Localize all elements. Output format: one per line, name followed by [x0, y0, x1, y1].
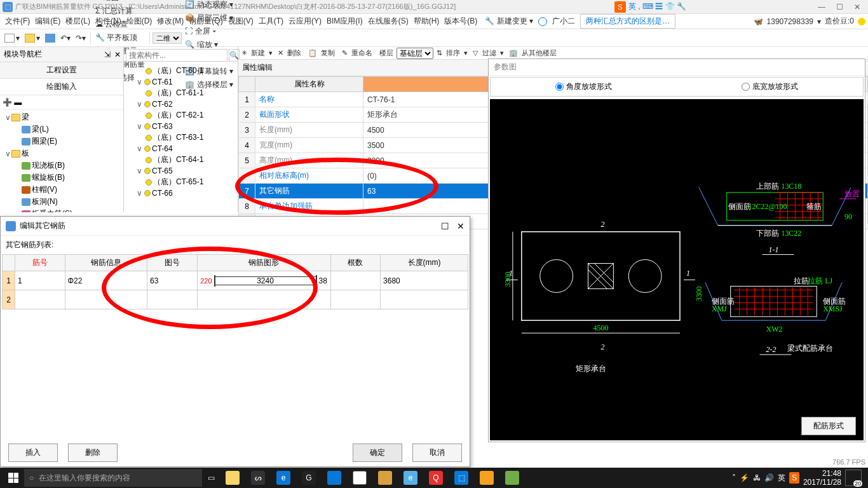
tray-clock[interactable]: 21:482017/11/28	[803, 469, 841, 487]
menu-item[interactable]: 帮助(H)	[411, 15, 442, 27]
new-file-button[interactable]: ▾	[3, 32, 22, 44]
tray-up-icon[interactable]: ˄	[732, 473, 736, 482]
menu-item[interactable]: 楼层(L)	[63, 15, 93, 27]
dialog-close-button[interactable]: ✕	[457, 221, 465, 231]
toolbar-绘图[interactable]: ✏ 绘图	[93, 0, 147, 4]
toolbar-全屏[interactable]: ⛶ 全屏 ▾	[183, 25, 235, 38]
tray-ime-icon[interactable]: S	[789, 472, 799, 484]
from-other-floor-btn[interactable]: 🏢 从其他楼层	[507, 47, 560, 59]
sort-btn[interactable]: ⇅ 排序 ▾	[435, 47, 470, 59]
radio-width-slope[interactable]: 底宽放坡形式	[742, 81, 798, 92]
menu-item[interactable]: 云应用(Y)	[286, 15, 324, 27]
search-input[interactable]	[126, 49, 227, 62]
price-bean-label[interactable]: 造价豆:0	[825, 16, 854, 27]
toolbar-局部三维[interactable]: 📦 局部三维 ▾	[183, 11, 235, 25]
component-item[interactable]: ∨CT-61	[126, 77, 235, 87]
menu-item[interactable]: 编辑(E)	[32, 15, 63, 27]
insert-button[interactable]: 插入	[8, 444, 58, 462]
nav-close-icon[interactable]: ✕	[114, 50, 121, 59]
menu-item[interactable]: 工具(T)	[256, 15, 286, 27]
tray-notifications[interactable]: 20	[845, 470, 862, 486]
start-button[interactable]	[3, 469, 24, 487]
app-q[interactable]: Q	[423, 468, 449, 487]
app-note[interactable]	[474, 468, 499, 487]
tab-draw-input[interactable]: 绘图输入	[0, 79, 123, 95]
component-item[interactable]: （底）CT-65-1	[126, 176, 235, 188]
pin-icon[interactable]: ⇲	[104, 50, 111, 59]
tree-item[interactable]: 现浇板(B)	[1, 159, 122, 172]
menu-item[interactable]: 修改(M)	[154, 15, 186, 27]
undo-button[interactable]: ↶▾	[58, 32, 72, 44]
tree-item[interactable]: 圈梁(E)	[1, 135, 122, 147]
ime-badge[interactable]: S	[614, 1, 626, 13]
user-name[interactable]: 广小二	[550, 15, 578, 28]
task-view-icon[interactable]: ▭	[202, 469, 220, 487]
delete-btn[interactable]: ✕ 删除	[276, 47, 305, 59]
rebar-grid[interactable]: 筋号 钢筋信息 图号 钢筋图形 根数 长度(mm) 1 1 Φ22 63 220…	[1, 254, 470, 438]
diagram-canvas[interactable]: 4500 3300 1 1 2 2 矩形承台	[490, 99, 864, 440]
tree-item[interactable]: 板洞(N)	[1, 196, 122, 208]
floor-select[interactable]: 基础层	[397, 48, 433, 59]
tray-power-icon[interactable]: ⚡	[740, 473, 749, 482]
component-item[interactable]: ∨CT-64	[126, 144, 235, 154]
toolbar-平齐板顶[interactable]: 🔧 平齐板顶	[93, 31, 147, 44]
tree-item[interactable]: 板受力筋(S)	[1, 208, 122, 212]
rebar-row-empty[interactable]: 2	[3, 290, 468, 309]
menu-item[interactable]: 版本号(B)	[442, 15, 480, 27]
component-item[interactable]: ∨CT-65	[126, 166, 235, 176]
app-mail[interactable]	[322, 468, 347, 487]
filter-btn[interactable]: ▽ 过滤 ▾	[471, 47, 505, 59]
component-item[interactable]: （底）CT-60-1	[126, 65, 235, 77]
open-file-button[interactable]: ▾	[23, 32, 42, 44]
app-edge[interactable]: e	[271, 468, 296, 487]
component-item[interactable]: （底）CT-63-1	[126, 132, 235, 144]
ime-indicator[interactable]: S 英 , ⌨ ☰ 👕 🔧	[614, 1, 686, 13]
rebar-row[interactable]: 1 1 Φ22 63 220 3240 38 3680	[3, 271, 468, 290]
app-folder2[interactable]	[372, 468, 398, 487]
copy-btn[interactable]: 📋 复制	[306, 47, 339, 59]
app-store[interactable]	[347, 468, 372, 487]
taskbar-search[interactable]: ○ 在这里输入你要搜索的内容	[24, 469, 202, 487]
app-current[interactable]: ⬚	[449, 468, 474, 487]
new-btn[interactable]: ✳ 新建 ▾	[240, 47, 275, 59]
nav-tree[interactable]: ∨梁梁(L)圈梁(E)∨板现浇板(B)螺旋板(B)柱帽(V)板洞(N)板受力筋(…	[0, 110, 123, 212]
maximize-button[interactable]: ☐	[831, 3, 848, 11]
component-item[interactable]: ∨CT-63	[126, 121, 235, 132]
dialog-max-button[interactable]: ☐	[441, 221, 449, 231]
new-change-menu[interactable]: 🔧 新建变更 ▾	[482, 15, 536, 28]
rename-btn[interactable]: ✎ 重命名	[340, 47, 376, 59]
component-tree[interactable]: （底）CT-60-1∨CT-61（底）CT-61-1∨CT-62（底）CT-62…	[124, 64, 238, 212]
tray-net-icon[interactable]: 🖧	[753, 473, 761, 482]
component-item[interactable]: ∨CT-62	[126, 99, 235, 109]
app-ie[interactable]: e	[398, 468, 423, 487]
app-browser-s[interactable]: ᔕ	[245, 468, 271, 487]
minimize-button[interactable]: —	[813, 3, 830, 11]
notice-banner[interactable]: 两种汇总方式的区别是…	[580, 14, 675, 29]
toolbar-汇总计算[interactable]: Σ 汇总计算	[93, 4, 147, 18]
ok-button[interactable]: 确定	[353, 444, 402, 462]
component-item[interactable]: （底）CT-64-1	[126, 154, 235, 166]
tree-item[interactable]: ∨板	[1, 147, 122, 159]
tray-vol-icon[interactable]: 🔊	[764, 473, 774, 482]
component-item[interactable]: （底）CT-61-1	[126, 87, 235, 99]
tab-project-settings[interactable]: 工程设置	[0, 62, 123, 78]
tree-item[interactable]: ∨梁	[1, 111, 122, 123]
app-green[interactable]	[499, 468, 525, 487]
rebar-form-button[interactable]: 配筋形式	[801, 417, 856, 435]
component-item[interactable]: （底）CT-62-1	[126, 109, 235, 121]
delete-row-button[interactable]: 删除	[68, 444, 118, 462]
radio-angle-slope[interactable]: 角度放坡形式	[555, 81, 612, 92]
tray-lang[interactable]: 英	[778, 473, 785, 484]
user-icon[interactable]	[538, 17, 547, 26]
tree-item[interactable]: 柱帽(V)	[1, 184, 122, 196]
menu-item[interactable]: 文件(F)	[3, 15, 32, 27]
close-button[interactable]: ✕	[849, 3, 865, 11]
component-item[interactable]: ∨CT-66	[126, 188, 235, 198]
toolbar-动态观察[interactable]: 🔄 动态观察 ▾	[183, 0, 235, 11]
menu-item[interactable]: 在线服务(S)	[365, 15, 411, 27]
save-button[interactable]	[43, 32, 57, 44]
toolbar-云检查[interactable]: ☁ 云检查	[93, 18, 147, 31]
tree-item[interactable]: 螺旋板(B)	[1, 172, 122, 184]
dim-select[interactable]: 二维	[153, 32, 182, 44]
phone-number[interactable]: 13907298339	[767, 17, 813, 26]
